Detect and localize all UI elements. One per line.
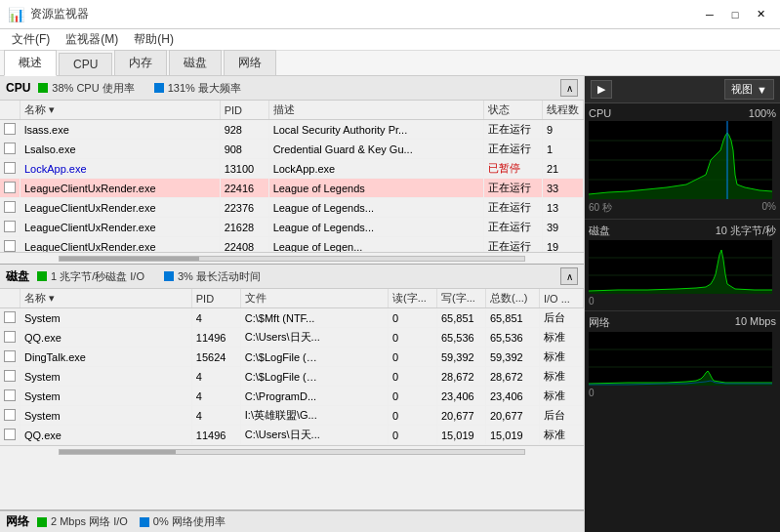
row-status: 正在运行 [484,120,543,140]
col-read[interactable]: 读(字... [389,289,437,308]
col-pid[interactable]: PID [220,101,268,120]
col-check [0,289,21,308]
row-checkbox[interactable] [0,308,21,328]
cpu-table-row: LeagueClientUxRender.exe 22376 League of… [0,198,584,218]
row-total: 65,851 [486,308,540,328]
col-desc[interactable]: 描述 [268,101,483,120]
row-write: 20,677 [437,406,486,426]
disk-table-row: System 4 C:\ProgramD... 0 23,406 23,406 … [0,387,584,406]
row-pid: 22408 [220,237,268,253]
disk-header-left: 磁盘 1 兆字节/秒磁盘 I/O 3% 最长活动时间 [6,268,261,285]
row-pid: 908 [220,140,268,159]
col-name[interactable]: 名称 ▾ [21,289,192,308]
row-pid: 4 [191,308,240,328]
row-checkbox[interactable] [0,120,21,140]
network-label: 网络 [6,513,29,530]
tab-disk[interactable]: 磁盘 [169,50,222,75]
row-checkbox[interactable] [0,387,21,406]
menu-monitor[interactable]: 监视器(M) [58,29,126,50]
tab-overview[interactable]: 概述 [4,50,57,76]
network-graph-label: 网络 [589,315,610,330]
cpu-toggle[interactable]: ∧ [560,79,578,97]
disk-section-header[interactable]: 磁盘 1 兆字节/秒磁盘 I/O 3% 最长活动时间 ∧ [0,265,584,289]
network-stat1-indicator [37,517,47,527]
network-graph-bottom: 0 [589,388,776,398]
svg-marker-3 [589,133,772,199]
row-desc: League of Legends... [268,218,483,237]
row-io: 标准 [540,426,584,445]
col-io[interactable]: I/O ... [540,289,584,308]
row-name: LeagueClientUxRender.exe [21,198,221,218]
disk-scroll-bar[interactable] [0,445,584,457]
disk-graph-label-row: 磁盘 10 兆字节/秒 [589,224,776,238]
row-threads: 19 [543,237,584,253]
row-name: lsass.exe [21,120,221,140]
disk-bottom-value: 0 [589,296,595,307]
disk-stat1: 1 兆字节/秒磁盘 I/O [37,269,144,284]
tab-memory[interactable]: 内存 [114,50,167,75]
row-write: 15,019 [437,426,486,445]
row-checkbox[interactable] [0,140,21,159]
cpu-table-row: Lsalso.exe 908 Credential Guard & Key Gu… [0,140,584,159]
menu-file[interactable]: 文件(F) [4,29,58,50]
row-checkbox[interactable] [0,179,21,198]
row-checkbox[interactable] [0,328,21,348]
col-threads[interactable]: 线程数 [543,101,584,120]
network-stat1: 2 Mbps 网络 I/O [37,514,128,529]
cpu-scroll-bar[interactable] [0,252,584,264]
disk-table-row: System 4 I:\英雄联盟\G... 0 20,677 20,677 后台 [0,406,584,426]
row-name: System [21,387,192,406]
row-io: 标准 [540,348,584,367]
minimize-button[interactable]: ─ [698,4,721,25]
tab-cpu[interactable]: CPU [59,53,112,75]
col-name[interactable]: 名称 ▾ [21,101,221,120]
disk-toggle[interactable]: ∧ [560,267,578,285]
row-checkbox[interactable] [0,426,21,445]
maximize-button[interactable]: □ [723,4,747,25]
col-file[interactable]: 文件 [240,289,388,308]
col-total[interactable]: 总数(...) [486,289,540,308]
row-io: 标准 [540,328,584,348]
menu-help[interactable]: 帮助(H) [126,29,182,50]
row-checkbox[interactable] [0,159,21,179]
view-dropdown[interactable]: 视图 ▼ [724,79,774,100]
row-threads: 39 [543,218,584,237]
row-total: 20,677 [486,406,540,426]
cpu-table-row: LeagueClientUxRender.exe 21628 League of… [0,218,584,237]
row-read: 0 [389,406,437,426]
row-checkbox[interactable] [0,406,21,426]
svg-marker-7 [589,250,772,294]
disk-table-row: DingTalk.exe 15624 C:\$LogFile (… 0 59,3… [0,348,584,367]
row-write: 65,536 [437,328,486,348]
cpu-table-container: 名称 ▾ PID 描述 状态 线程数 lsass.exe 928 Local S… [0,101,584,252]
row-checkbox[interactable] [0,218,21,237]
left-panel: CPU 38% CPU 使用率 131% 最大频率 ∧ [0,76,585,532]
disk-stat2-indicator [164,271,174,281]
network-graph-unit: 10 Mbps [735,315,776,330]
row-checkbox[interactable] [0,367,21,387]
close-button[interactable]: ✕ [749,4,772,25]
disk-graph-label: 磁盘 [589,224,610,238]
cpu-table-row: LockApp.exe 13100 LockApp.exe 已暂停 21 [0,159,584,179]
network-graph-label-row: 网络 10 Mbps [589,315,776,330]
disk-section: 磁盘 1 兆字节/秒磁盘 I/O 3% 最长活动时间 ∧ [0,265,584,511]
network-stat2: 0% 网络使用率 [140,514,226,529]
tab-bar: 概述 CPU 内存 磁盘 网络 [0,51,780,76]
network-graph-canvas [589,332,772,386]
row-read: 0 [389,328,437,348]
row-io: 标准 [540,367,584,387]
expand-button[interactable]: ▶ [591,80,612,99]
col-pid[interactable]: PID [191,289,240,308]
row-checkbox[interactable] [0,198,21,218]
network-graph-section: 网络 10 Mbps 0 [585,311,780,402]
row-checkbox[interactable] [0,237,21,253]
cpu-stat1-text: 38% CPU 使用率 [52,81,134,96]
col-status[interactable]: 状态 [484,101,543,120]
col-write[interactable]: 写(字... [437,289,486,308]
row-write: 59,392 [437,348,486,367]
row-checkbox[interactable] [0,348,21,367]
tab-network[interactable]: 网络 [224,50,276,75]
row-pid: 4 [191,367,240,387]
cpu-section-header[interactable]: CPU 38% CPU 使用率 131% 最大频率 ∧ [0,76,584,101]
expand-icon: ▶ [597,83,605,96]
